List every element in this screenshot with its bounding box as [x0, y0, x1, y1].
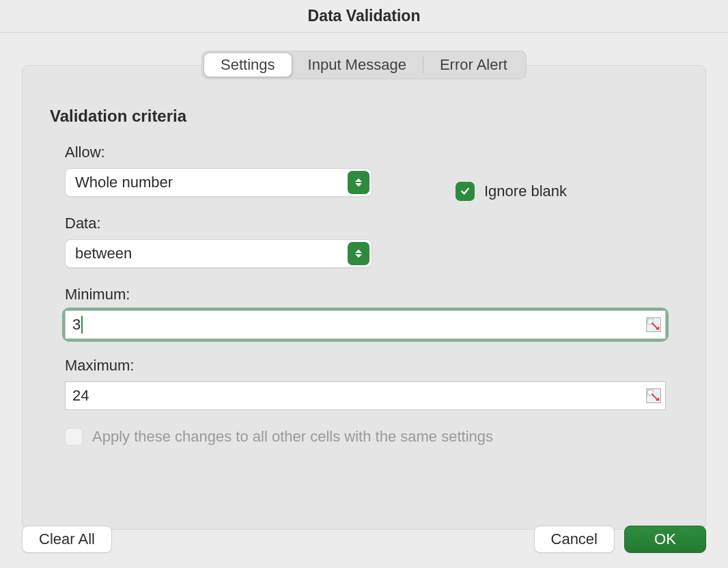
range-picker-icon[interactable]	[646, 388, 661, 403]
tab-error-alert-label: Error Alert	[440, 56, 507, 74]
ok-label: OK	[654, 530, 676, 548]
ok-button[interactable]: OK	[624, 526, 706, 553]
tab-error-alert[interactable]: Error Alert	[423, 53, 524, 77]
apply-all-label: Apply these changes to all other cells w…	[92, 428, 493, 446]
dialog-title: Data Validation	[308, 7, 421, 25]
allow-label: Allow:	[65, 144, 678, 161]
minimum-input[interactable]: 3	[65, 310, 666, 339]
apply-all-row: Apply these changes to all other cells w…	[65, 428, 678, 446]
tab-input-message-label: Input Message	[308, 56, 406, 74]
ignore-blank-checkbox[interactable]	[456, 182, 475, 201]
data-select[interactable]: between	[65, 239, 372, 268]
text-caret	[81, 316, 83, 334]
maximum-label: Maximum:	[65, 357, 678, 375]
cancel-button[interactable]: Cancel	[534, 526, 615, 553]
range-picker-icon[interactable]	[646, 317, 661, 332]
dialog-button-row: Clear All Cancel OK	[22, 526, 706, 553]
data-select-value: between	[75, 245, 132, 262]
maximum-value: 24	[72, 387, 89, 405]
section-title: Validation criteria	[50, 107, 678, 126]
tab-settings[interactable]: Settings	[204, 53, 292, 77]
cancel-label: Cancel	[551, 530, 598, 548]
ignore-blank-row: Ignore blank	[456, 182, 567, 201]
check-icon	[460, 186, 471, 197]
clear-all-label: Clear All	[39, 530, 95, 548]
settings-panel: Validation criteria Allow: Whole number	[22, 65, 706, 530]
minimum-label: Minimum:	[65, 286, 678, 303]
chevron-up-down-icon	[348, 171, 369, 194]
allow-select-value: Whole number	[75, 174, 173, 191]
chevron-up-down-icon	[348, 242, 369, 265]
maximum-input[interactable]: 24	[65, 381, 666, 410]
minimum-value: 3	[72, 316, 81, 334]
dialog-titlebar: Data Validation	[0, 0, 728, 33]
tab-settings-label: Settings	[221, 56, 275, 74]
tab-input-message[interactable]: Input Message	[292, 53, 423, 77]
dialog-body: Settings Input Message Error Alert Valid…	[0, 33, 728, 568]
tab-bar: Settings Input Message Error Alert	[201, 51, 527, 79]
data-label: Data:	[65, 215, 678, 232]
allow-select[interactable]: Whole number	[65, 168, 372, 197]
apply-all-checkbox	[65, 428, 83, 446]
clear-all-button[interactable]: Clear All	[22, 526, 112, 553]
fields-container: Allow: Whole number	[65, 144, 678, 446]
ignore-blank-label: Ignore blank	[484, 182, 567, 200]
